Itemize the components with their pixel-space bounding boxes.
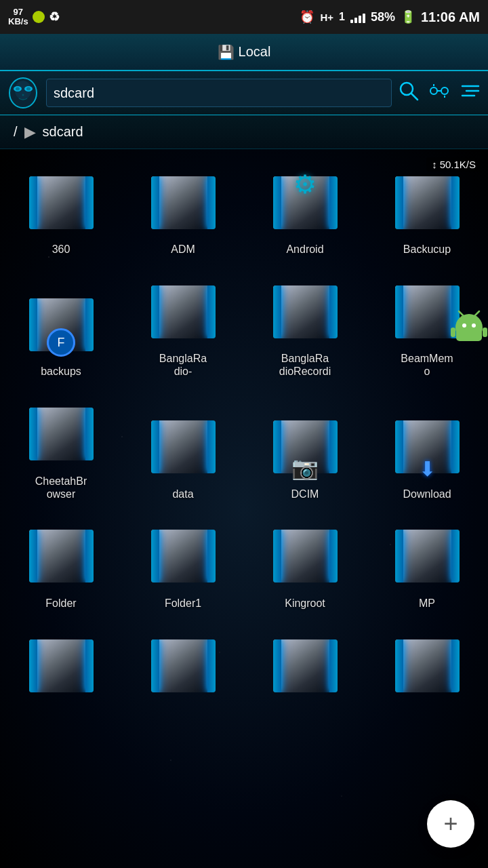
svg-line-8: [411, 94, 418, 100]
svg-rect-24: [483, 328, 487, 337]
battery-icon: 🔋: [401, 9, 415, 24]
folder-label-Backucup: Backucup: [403, 243, 451, 256]
breadcrumb-separator: ▶: [24, 123, 36, 141]
folder-Backucup[interactable]: Backucup: [366, 156, 488, 265]
folder-data[interactable]: data: [122, 388, 244, 510]
folder-label-backups: backups: [41, 365, 81, 378]
breadcrumb-root[interactable]: /: [14, 124, 18, 140]
folder-label-DCIM: DCIM: [291, 488, 319, 500]
folder-Kingroot[interactable]: Kingroot: [244, 510, 366, 619]
tab-local[interactable]: 💾 Local: [204, 39, 285, 66]
fab-add-button[interactable]: +: [427, 800, 474, 848]
folder-ADM[interactable]: ADM: [122, 156, 244, 265]
folder-Folder[interactable]: Folder: [0, 510, 122, 619]
folder-label-Folder1: Folder1: [165, 597, 201, 610]
folder-label-CheetahBrowser: CheetahBrowser: [35, 475, 87, 500]
folder-BanglaRadio[interactable]: BanglaRadio-: [122, 265, 244, 387]
svg-point-10: [441, 87, 448, 94]
search-icon[interactable]: [399, 81, 419, 106]
fab-plus-icon: +: [443, 810, 458, 838]
alarm-icon: ⏰: [300, 9, 314, 24]
folder-MP[interactable]: MP: [366, 510, 488, 619]
folder-label-360: 360: [52, 243, 70, 256]
clock: 11:06 AM: [421, 9, 480, 25]
breadcrumb: / ▶ sdcard: [0, 115, 488, 149]
folder-Folder1[interactable]: Folder1: [122, 510, 244, 619]
folder-label-Download: Download: [403, 488, 451, 500]
folder-Android[interactable]: ⚙ Android: [244, 156, 366, 265]
folder-CheetahBrowser[interactable]: CheetahBrowser: [0, 388, 122, 510]
battery-percentage: 58%: [371, 10, 395, 24]
folder-extra-2[interactable]: [122, 619, 244, 715]
sort-icon[interactable]: [428, 81, 450, 106]
folder-label-data: data: [172, 488, 193, 500]
breadcrumb-current[interactable]: sdcard: [43, 124, 83, 140]
svg-rect-22: [456, 328, 482, 341]
sd-icon: 💾: [218, 44, 235, 60]
path-input[interactable]: sdcard: [46, 79, 392, 107]
status-bar: 97KB/s ♻ ⏰ H+ 1 58% 🔋 11:06 AM: [0, 0, 488, 34]
main-content: ↕ 50.1K/S: [0, 149, 488, 868]
tab-local-label: Local: [239, 44, 271, 60]
tab-bar: 💾 Local: [0, 34, 488, 71]
android-decoration: [451, 309, 488, 352]
folder-label-BanglaRadio: BanglaRadio-: [159, 352, 207, 378]
menu-icon[interactable]: [460, 81, 481, 106]
folder-grid: 360 ADM: [0, 149, 488, 722]
folder-label-MP: MP: [419, 597, 435, 610]
folder-label-Folder: Folder: [45, 597, 76, 610]
svg-point-4: [16, 87, 20, 91]
folder-extra-3[interactable]: [244, 619, 366, 715]
status-right: ⏰ H+ 1 58% 🔋 11:06 AM: [300, 9, 480, 25]
network-icon: H+: [320, 12, 333, 23]
svg-point-9: [430, 87, 437, 94]
toolbar-icons: [399, 81, 481, 106]
folder-360[interactable]: 360: [0, 156, 122, 265]
folder-label-Android: Android: [286, 243, 323, 256]
status-left: 97KB/s ♻: [8, 7, 60, 27]
recycle-icon: ♻: [49, 9, 60, 24]
speed-value: 50.1K/S: [440, 159, 476, 170]
folder-label-Kingroot: Kingroot: [285, 597, 325, 610]
svg-line-20: [459, 311, 463, 315]
alien-logo: [7, 77, 39, 109]
folder-label-BanglaRadioRecordi: BanglaRadioRecordi: [279, 352, 331, 378]
folder-label-ADM: ADM: [171, 243, 195, 256]
folder-backups[interactable]: F backups: [0, 265, 122, 387]
sim-icon: 1: [339, 11, 345, 23]
folder-label-BeamMemo: BeamMemo: [401, 352, 453, 378]
svg-line-21: [475, 311, 479, 315]
signal-bars: [350, 11, 365, 23]
svg-point-19: [472, 323, 476, 328]
svg-point-5: [26, 87, 30, 91]
svg-point-6: [22, 94, 24, 96]
transfer-icon: ↕: [432, 159, 437, 170]
path-text: sdcard: [54, 85, 94, 101]
speed-indicator: 97KB/s: [8, 7, 28, 27]
folder-BanglaRadioRecordi[interactable]: BanglaRadioRecordi: [244, 265, 366, 387]
svg-rect-23: [451, 328, 455, 337]
folder-DCIM[interactable]: 📷 DCIM: [244, 388, 366, 510]
address-bar: sdcard: [0, 71, 488, 115]
svg-point-18: [462, 323, 466, 328]
folder-Download[interactable]: ⬇ Download: [366, 388, 488, 510]
speed-overlay: ↕ 50.1K/S: [426, 157, 481, 172]
folder-extra-1[interactable]: [0, 619, 122, 715]
folder-extra-4[interactable]: [366, 619, 488, 715]
